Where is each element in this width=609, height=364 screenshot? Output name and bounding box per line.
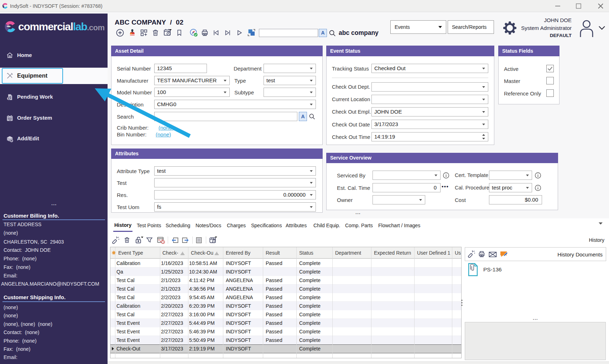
svg-text:$: $	[8, 97, 9, 100]
